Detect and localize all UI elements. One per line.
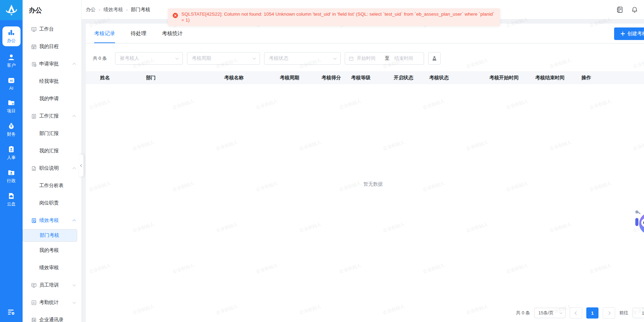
sidebar-item-经我审批[interactable]: 经我审批 <box>23 73 81 90</box>
performance-icon <box>31 218 37 224</box>
tab-待处理[interactable]: 待处理 <box>131 24 146 43</box>
table-empty-state: 暂无数据 <box>86 84 644 284</box>
approval-icon <box>31 61 37 67</box>
column-header-部门[interactable]: 部门 <box>146 75 224 81</box>
sidebar-item-绩效审核[interactable]: 绩效审核 <box>23 259 81 276</box>
finance-icon <box>2 122 21 130</box>
column-header-考核得分[interactable]: 考核得分 <box>321 75 351 81</box>
ai-icon: Ai <box>2 77 21 85</box>
end-date-field[interactable]: 结束时间 <box>392 55 421 62</box>
sidebar-item-部门考核[interactable]: 部门考核 <box>23 229 77 242</box>
column-header-考核等级[interactable]: 考核等级 <box>351 75 394 81</box>
start-date-field[interactable]: 开始时间 <box>357 55 383 62</box>
chevron-left-icon <box>574 311 578 315</box>
current-page-button[interactable]: 1 <box>586 307 598 319</box>
column-header-开启状态[interactable]: 开启状态 <box>394 75 429 81</box>
sidebar-item-工作台[interactable]: 工作台 <box>23 21 81 38</box>
sidebar-item-岗位职责[interactable]: 岗位职责 <box>23 194 81 212</box>
schedule-icon <box>31 44 37 50</box>
sidebar-item-申请审批[interactable]: 申请审批 <box>23 55 81 73</box>
sidebar-item-企业通讯录[interactable]: 企业通讯录 <box>23 311 81 322</box>
rail-item-AI[interactable]: AiAI <box>2 75 21 92</box>
cycle-select[interactable]: 考核周期 <box>187 52 260 65</box>
sidebar-item-员工培训[interactable]: 员工培训 <box>23 276 81 294</box>
error-message: SQLSTATE[42S22]: Column not found: 1054 … <box>181 11 495 23</box>
sidebar-item-我的考核[interactable]: 我的考核 <box>23 242 81 259</box>
create-assessment-button[interactable]: 创建考核 <box>614 27 644 40</box>
breadcrumb: 办公›绩效考核›部门考核 <box>86 7 150 13</box>
clear-filter-button[interactable] <box>428 52 441 65</box>
bell-icon[interactable] <box>631 6 638 14</box>
contacts-icon <box>31 317 37 322</box>
rail-item-办公[interactable]: 办公 <box>2 26 21 46</box>
rail-item-人事[interactable]: 人事 <box>2 144 21 162</box>
chevron-down-icon <box>560 311 562 314</box>
sidebar-item-考勤统计[interactable]: 考勤统计 <box>23 294 81 311</box>
rail-item-项目[interactable]: 项目 <box>2 98 21 115</box>
attendance-icon <box>31 300 37 306</box>
sidebar: 办公 工作台我的日程申请审批经我审批我的申请工作汇报部门汇报我的汇报职位说明工作… <box>23 0 82 322</box>
chevron-left-icon <box>80 164 83 167</box>
next-page-button[interactable] <box>603 307 615 319</box>
rail-item-云盘[interactable]: 云盘 <box>2 191 21 208</box>
sidebar-collapse-handle[interactable] <box>79 154 84 177</box>
date-range-picker[interactable]: 开始时间 至 结束时间 <box>345 52 424 65</box>
rail-item-财务[interactable]: 财务 <box>2 121 21 138</box>
tab-考核统计[interactable]: 考核统计 <box>162 24 183 43</box>
svg-text:Ai: Ai <box>10 79 13 82</box>
sidebar-item-工作汇报[interactable]: 工作汇报 <box>23 107 81 125</box>
settings-list-icon[interactable] <box>0 308 23 318</box>
table-header: 姓名部门考核名称考核周期考核得分考核等级开启状态考核状态考核开始时间考核结束时间… <box>86 71 644 84</box>
column-header-考核周期[interactable]: 考核周期 <box>280 75 321 81</box>
page-size-select[interactable]: 15条/页 <box>534 308 565 318</box>
sidebar-item-工作分析表[interactable]: 工作分析表 <box>23 177 81 194</box>
prev-page-button[interactable] <box>570 307 582 319</box>
breadcrumb-item[interactable]: 绩效考核 <box>104 7 123 13</box>
column-header-操作[interactable]: 操作 <box>581 75 644 81</box>
rail-item-客户[interactable]: 客户 <box>2 52 21 70</box>
assistant-robot-icon[interactable] <box>628 206 644 239</box>
rail-item-行政[interactable]: 行政 <box>2 168 21 185</box>
error-circle-icon[interactable] <box>172 13 178 20</box>
chevron-up-icon <box>73 115 76 119</box>
date-range-separator: 至 <box>385 55 390 62</box>
chevron-right-icon <box>607 311 610 315</box>
brand-logo-icon[interactable] <box>0 0 23 20</box>
journal-icon[interactable] <box>616 6 623 14</box>
chevron-down-icon <box>333 56 337 60</box>
chevron-down-icon <box>176 56 179 60</box>
breadcrumb-separator: › <box>99 7 100 13</box>
cloud-drive-icon <box>2 192 21 200</box>
sidebar-item-我的申请[interactable]: 我的申请 <box>23 90 81 107</box>
sidebar-item-我的汇报[interactable]: 我的汇报 <box>23 142 81 160</box>
goto-label: 前往 <box>619 310 628 316</box>
plus-icon <box>621 32 625 36</box>
chevron-down-icon <box>73 283 76 287</box>
assessee-select[interactable]: 被考核人 <box>115 52 183 65</box>
goto-page-input[interactable] <box>633 308 644 318</box>
column-header-考核名称[interactable]: 考核名称 <box>224 75 280 81</box>
report-icon <box>31 113 37 119</box>
office-icon <box>2 29 21 37</box>
breadcrumb-item[interactable]: 办公 <box>86 7 96 13</box>
column-header-考核结束时间[interactable]: 考核结束时间 <box>535 75 581 81</box>
app-rail: 办公客户AiAI项目财务人事行政云盘 <box>0 0 23 322</box>
sidebar-item-绩效考核[interactable]: 绩效考核 <box>23 212 81 229</box>
sidebar-item-我的日程[interactable]: 我的日程 <box>23 38 81 55</box>
tabs-row: 考核记录待处理考核统计 <box>86 24 644 43</box>
status-select[interactable]: 考核状态 <box>264 52 341 65</box>
tab-考核记录[interactable]: 考核记录 <box>94 24 115 43</box>
chevron-down-icon <box>73 300 76 304</box>
workbench-icon <box>31 26 37 32</box>
sidebar-item-部门汇报[interactable]: 部门汇报 <box>23 125 81 142</box>
column-header-姓名[interactable]: 姓名 <box>100 75 146 81</box>
column-header-考核状态[interactable]: 考核状态 <box>429 75 489 81</box>
breadcrumb-item[interactable]: 部门考核 <box>131 7 150 13</box>
column-header-考核开始时间[interactable]: 考核开始时间 <box>489 75 535 81</box>
filter-row: 共 0 条 被考核人 考核周期 考核状态 开始时间 <box>93 52 644 65</box>
clear-filter-icon <box>432 56 437 61</box>
sidebar-title: 办公 <box>23 0 81 21</box>
sidebar-item-职位说明[interactable]: 职位说明 <box>23 160 81 177</box>
training-icon <box>31 282 37 288</box>
chevron-up-icon <box>73 63 76 66</box>
